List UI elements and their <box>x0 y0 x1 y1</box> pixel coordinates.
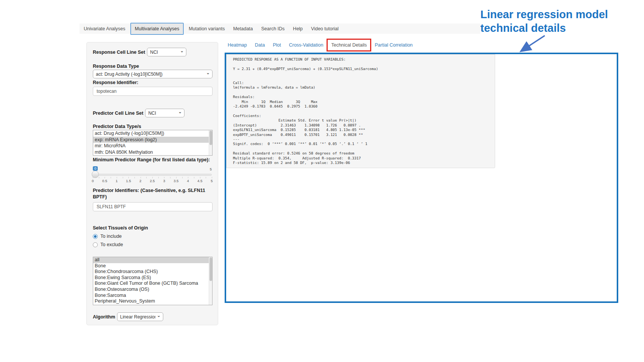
tissue-list-scrollbar[interactable] <box>209 257 212 305</box>
slider-tick-labels: 00.511.522.533.544.55 <box>93 179 212 183</box>
annotation-note: Linear regression model technical detail… <box>480 8 611 35</box>
technical-details-panel: PREDICTED RESPONSE AS A FUNCTION OF INPU… <box>225 53 618 303</box>
tissue-option-all[interactable]: all <box>93 257 212 263</box>
response-data-type-select[interactable]: act: Drug Activity (-log10[IC50M]) <box>93 70 213 78</box>
slider-minor-tick <box>152 177 153 178</box>
slider-track[interactable] <box>93 174 212 176</box>
highlight-box <box>327 39 371 51</box>
nav-tab-multivariate-analyses[interactable]: Multivariate Analyses <box>130 23 184 35</box>
radio-label: To exclude <box>100 242 123 247</box>
sidebar-controls: Response Cell Line Set NCI Response Data… <box>86 42 218 325</box>
tissue-option-bone-sarcoma[interactable]: Bone:Sarcoma <box>93 293 212 299</box>
tab-cross-validation[interactable]: Cross-Validation <box>289 42 324 48</box>
predictor-type-option-act-drug-activity-log10-ic50m[interactable]: act: Drug Activity (-log10[IC50M]) <box>93 130 212 137</box>
slider-minor-tick <box>170 177 170 178</box>
slider-minor-tick <box>117 177 117 178</box>
predictor-type-option-mth-dna-850k-methylation[interactable]: mth: DNA 850K Methylation <box>93 149 212 156</box>
tab-heatmap[interactable]: Heatmap <box>228 42 247 48</box>
tissue-option-bone-chondrosarcoma-chs[interactable]: Bone:Chondrosarcoma (CHS) <box>93 269 212 275</box>
slider-tick-label: 1 <box>116 179 117 183</box>
annotation-line2: technical details <box>480 21 569 35</box>
algorithm-select[interactable]: Linear Regression <box>117 312 163 321</box>
tissue-origin-label: Select Tissue/s of Origin <box>93 225 212 231</box>
nav-tab-help[interactable]: Help <box>289 24 307 34</box>
chevron-down-icon: act: Drug Activity (-log10[IC50M]) <box>93 70 213 78</box>
nav-tab-search-ids[interactable]: Search IDs <box>257 24 289 34</box>
slider-minor-tick <box>182 177 183 178</box>
radio-label: To include <box>100 234 122 239</box>
slider-minor-tick <box>164 177 164 178</box>
predictor-cell-line-set-label: Predictor Cell Line Set <box>93 111 143 116</box>
chevron-down-icon: Linear Regression <box>117 312 163 321</box>
tissue-option-bone-giant-cell-tumor-of-bone-gctb-sarcoma[interactable]: Bone:Giant Cell Tumor of Bone (GCTB) Sar… <box>93 281 212 287</box>
radio-to-exclude[interactable]: To exclude <box>93 242 212 247</box>
tab-partial-correlation[interactable]: Partial Correlation <box>375 42 413 48</box>
slider-minor-tick <box>188 177 188 178</box>
page: Univariate AnalysesMultivariate Analyses… <box>0 0 644 362</box>
slider-tick-label: 1.5 <box>126 179 131 183</box>
tissue-option-bone-osteosarcoma-os[interactable]: Bone:Osteosarcoma (OS) <box>93 287 212 293</box>
response-identifier-input[interactable] <box>93 87 213 96</box>
response-data-type-label: Response Data Type <box>93 64 212 69</box>
slider-tick-label: 3.5 <box>174 179 178 183</box>
slider-tick-label: 2.5 <box>150 179 155 183</box>
tissue-option-bone-ewing-sarcoma-es[interactable]: Bone:Ewing Sarcoma (ES) <box>93 275 212 281</box>
annotation-arrow-icon <box>515 33 549 55</box>
slider-minor-tick <box>158 177 159 178</box>
min-predictor-range-label: Minimum Predictor Range (for first liste… <box>93 157 212 163</box>
slider-value-badge: 0 <box>93 166 98 171</box>
slider-handle[interactable] <box>92 171 99 178</box>
chevron-down-icon: NCI <box>145 109 184 117</box>
slider-minor-tick <box>99 177 99 178</box>
predictor-type-option-exp-mrna-expression-log2[interactable]: exp: mRNA Expression (log2) <box>93 137 212 143</box>
tissue-option-peripheral-nervous-system[interactable]: Peripheral_Nervous_System <box>93 298 212 304</box>
tab-data[interactable]: Data <box>255 42 265 48</box>
response-identifier-label: Response Identifier: <box>93 80 212 85</box>
tissue-origin-radios: To includeTo exclude <box>93 234 212 247</box>
annotation-line1: Linear regression model <box>480 8 611 21</box>
response-cell-line-set-label: Response Cell Line Set <box>93 50 145 55</box>
slider-minor-tick <box>141 177 141 178</box>
slider-minor-tick <box>194 177 194 178</box>
radio-button-icon[interactable] <box>93 242 98 247</box>
nav-tab-metadata[interactable]: Metadata <box>229 24 257 34</box>
slider-tickmarks <box>93 177 212 178</box>
main-tabs: HeatmapDataPlotCross-ValidationTechnical… <box>228 42 413 48</box>
slider-minor-tick <box>105 177 105 178</box>
slider-tick-label: 4.5 <box>197 179 202 183</box>
tissue-origin-list: allBoneBone:Chondrosarcoma (CHS)Bone:Ewi… <box>93 257 213 305</box>
slider-minor-tick <box>212 177 212 178</box>
predictor-type-option-mir-microrna[interactable]: mir: MicroRNA <box>93 143 212 149</box>
predictor-data-types-label: Predictor Data Type/s <box>93 124 212 129</box>
response-cell-line-set-select[interactable]: NCI <box>147 48 186 56</box>
tab-plot[interactable]: Plot <box>273 42 281 48</box>
slider-minor-tick <box>134 177 135 178</box>
slider-tick-label: 5 <box>211 179 213 183</box>
model-output-box: PREDICTED RESPONSE AS A FUNCTION OF INPU… <box>226 54 495 168</box>
nav-tab-video-tutorial[interactable]: Video tutorial <box>307 24 343 34</box>
predictor-list-scrollbar[interactable] <box>209 130 212 155</box>
slider-minor-tick <box>176 177 177 178</box>
slider-minor-tick <box>123 177 123 178</box>
radio-button-icon[interactable] <box>93 234 98 239</box>
algorithm-label: Algorithm <box>93 314 115 320</box>
nav-tab-univariate-analyses[interactable]: Univariate Analyses <box>80 24 130 34</box>
predictor-identifiers-label: Predictor Identifiers: (Case-Sensitive, … <box>93 187 212 200</box>
tab-technical-details[interactable]: Technical Details <box>331 42 367 48</box>
slider-minor-tick <box>200 177 200 178</box>
predictor-identifiers-input[interactable] <box>93 202 213 211</box>
slider-minor-tick <box>111 177 111 178</box>
slider-tick-label: 4 <box>187 179 189 183</box>
slider-tick-label: 0 <box>92 179 94 183</box>
slider-tick-label: 2 <box>139 179 141 183</box>
chevron-down-icon: NCI <box>147 48 186 56</box>
predictor-data-types-list: act: Drug Activity (-log10[IC50M])exp: m… <box>93 130 213 156</box>
predictor-cell-line-set-select[interactable]: NCI <box>145 109 184 117</box>
slider-max-label: 5 <box>210 167 212 171</box>
slider-minor-tick <box>128 177 129 178</box>
radio-to-include[interactable]: To include <box>93 234 212 239</box>
nav-tab-mutation-variants[interactable]: Mutation variants <box>184 24 229 34</box>
min-predictor-range-slider: 0 5 00.511.522.533.544.55 <box>93 166 212 183</box>
tissue-option-bone[interactable]: Bone <box>93 263 212 269</box>
slider-minor-tick <box>146 177 147 178</box>
